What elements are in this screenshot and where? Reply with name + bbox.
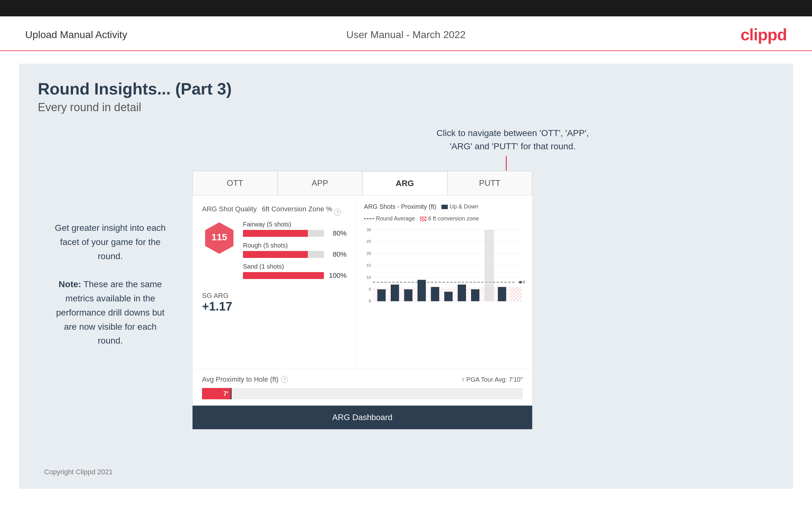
svg-text:0: 0 xyxy=(369,298,371,303)
clippd-logo: clippd xyxy=(741,25,787,44)
legend-up-down: Up & Down xyxy=(442,204,478,210)
bar-3 xyxy=(404,289,412,301)
legend-box-up-down xyxy=(442,205,448,209)
svg-text:20: 20 xyxy=(366,251,371,256)
bar-pct-rough: 80% xyxy=(328,250,347,259)
top-bar xyxy=(0,0,812,16)
chart-area: 0 5 10 15 20 25 30 xyxy=(364,226,525,308)
sg-label: SG ARG xyxy=(202,292,347,300)
bar-1 xyxy=(377,289,386,301)
legend-conversion-zone: 6 ft conversion zone xyxy=(420,215,479,222)
upload-manual-label[interactable]: Upload Manual Activity xyxy=(25,29,127,41)
legend-label-up-down: Up & Down xyxy=(450,204,478,210)
shot-row-fairway: Fairway (5 shots) 80% xyxy=(243,221,347,237)
page-title: Round Insights... (Part 3) xyxy=(38,79,774,98)
sg-section: SG ARG +1.17 xyxy=(202,292,347,313)
user-manual-label: User Manual - March 2022 xyxy=(346,29,466,41)
help-icon[interactable]: ? xyxy=(334,209,341,216)
bar-pct-fairway: 80% xyxy=(328,229,347,237)
bar-5 xyxy=(431,287,439,301)
footer: Copyright Clippd 2021 xyxy=(44,468,113,476)
bar-8 xyxy=(471,289,479,301)
left-desc-text: Get greater insight into each facet of y… xyxy=(55,223,166,261)
svg-text:5: 5 xyxy=(369,287,371,292)
left-panel: ARG Shot Quality 6ft Conversion Zone % ?… xyxy=(193,195,356,369)
svg-text:25: 25 xyxy=(366,239,371,244)
prox-header: Avg Proximity to Hole (ft) ? ↑ PGA Tour … xyxy=(202,375,523,384)
shot-row-sand: Sand (1 shots) 100% xyxy=(243,263,347,280)
svg-text:8: 8 xyxy=(523,280,525,284)
bar-6 xyxy=(444,292,453,301)
prox-pga-label: ↑ PGA Tour Avg: 7'10" xyxy=(461,376,523,383)
prox-bar-fill: 7' xyxy=(202,388,231,399)
chart-header: ARG Shots - Proximity (ft) Up & Down Rou… xyxy=(364,203,525,222)
prox-label-text: Avg Proximity to Hole (ft) xyxy=(202,375,278,384)
bar-7 xyxy=(458,285,466,301)
svg-text:10: 10 xyxy=(366,275,371,280)
right-panel: ARG Shots - Proximity (ft) Up & Down Rou… xyxy=(356,195,532,369)
prox-label: Avg Proximity to Hole (ft) ? xyxy=(202,375,288,384)
tab-arg[interactable]: ARG xyxy=(362,171,447,195)
bar-4 xyxy=(417,280,426,301)
legend-dashed-round-avg xyxy=(364,218,374,219)
legend-label-round-avg: Round Average xyxy=(376,215,415,222)
prox-help-icon[interactable]: ? xyxy=(281,376,288,383)
arg-dashboard-button[interactable]: ARG Dashboard xyxy=(193,406,532,429)
svg-text:30: 30 xyxy=(366,227,371,232)
legend-round-avg: Round Average xyxy=(364,215,415,222)
annotation-text: Click to navigate between 'OTT', 'APP','… xyxy=(437,127,589,153)
legend-label-conversion: 6 ft conversion zone xyxy=(428,215,479,222)
shot-quality-bars: Fairway (5 shots) 80% Rough (5 shots) xyxy=(243,221,347,284)
panel-body: ARG Shot Quality 6ft Conversion Zone % ?… xyxy=(193,195,532,369)
left-description: Get greater insight into each facet of y… xyxy=(50,221,170,348)
bar-2 xyxy=(391,285,399,301)
tab-ott[interactable]: OTT xyxy=(193,171,277,195)
legend-hatched-conversion xyxy=(420,217,426,221)
hexagon-score: 115 xyxy=(202,221,237,256)
dashboard-panel: OTT APP ARG PUTT ARG Shot Quality 6ft Co… xyxy=(192,171,532,430)
main-content: Round Insights... (Part 3) Every round i… xyxy=(19,64,793,489)
round-avg-marker xyxy=(518,281,523,283)
copyright-text: Copyright Clippd 2021 xyxy=(44,468,113,476)
chart-title: ARG Shots - Proximity (ft) xyxy=(364,203,437,210)
bar-pct-sand: 100% xyxy=(328,272,347,280)
bar-fill-sand xyxy=(243,272,324,279)
left-desc-note-label: Note: xyxy=(59,279,81,289)
proximity-section: Avg Proximity to Hole (ft) ? ↑ PGA Tour … xyxy=(193,369,532,406)
prox-value-label: 7' xyxy=(223,390,229,397)
page-subtitle: Every round in detail xyxy=(38,101,774,114)
prox-bar-bg: 7' xyxy=(202,388,523,399)
hatched-bar xyxy=(510,287,522,301)
hex-score-row: 115 Fairway (5 shots) 80% xyxy=(202,221,347,284)
arg-shot-quality-label: ARG Shot Quality xyxy=(202,205,257,213)
shot-label-fairway: Fairway (5 shots) xyxy=(243,221,347,228)
left-desc-note-text: These are the same metrics available in … xyxy=(56,279,164,345)
bar-9 xyxy=(498,287,506,301)
svg-text:115: 115 xyxy=(211,232,227,242)
shot-row-rough: Rough (5 shots) 80% xyxy=(243,242,347,259)
svg-text:15: 15 xyxy=(366,263,371,268)
bar-fill-fairway xyxy=(243,230,308,237)
tall-bar xyxy=(485,230,494,301)
header: Upload Manual Activity User Manual - Mar… xyxy=(0,16,812,51)
prox-cursor xyxy=(231,388,232,399)
tab-putt[interactable]: PUTT xyxy=(447,171,532,195)
tabs-container: OTT APP ARG PUTT xyxy=(193,171,532,195)
shot-label-sand: Sand (1 shots) xyxy=(243,263,347,270)
sg-value: +1.17 xyxy=(202,300,347,313)
shot-label-rough: Rough (5 shots) xyxy=(243,242,347,249)
conversion-zone-label: 6ft Conversion Zone % xyxy=(262,205,333,213)
chart-svg: 0 5 10 15 20 25 30 xyxy=(364,226,525,308)
hexagon-svg: 115 xyxy=(202,221,237,256)
tab-app[interactable]: APP xyxy=(277,171,363,195)
bar-fill-rough xyxy=(243,251,308,258)
